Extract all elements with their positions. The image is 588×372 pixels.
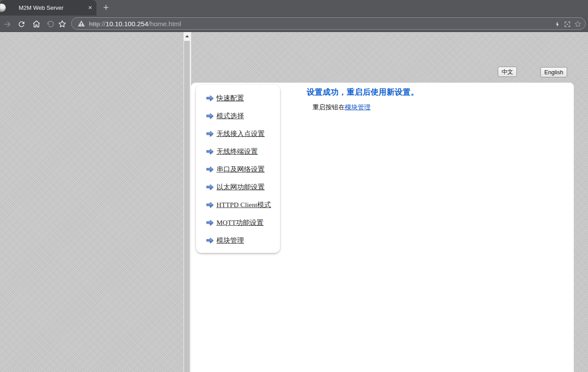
scroll-up-button[interactable] bbox=[184, 32, 191, 40]
frame-scrollbar[interactable] bbox=[184, 32, 191, 372]
language-english-button[interactable]: English bbox=[540, 67, 567, 77]
menu-link[interactable]: 无线终端设置 bbox=[216, 147, 258, 156]
menu-item-sta-settings[interactable]: 无线终端设置 bbox=[206, 143, 280, 160]
nav-menu-card: 快速配置 模式选择 无线接入点设置 无线终端设置 bbox=[196, 85, 280, 253]
content-panel: 快速配置 模式选择 无线接入点设置 无线终端设置 bbox=[191, 83, 574, 372]
status-message: 设置成功，重启后使用新设置。 重启按钮在模块管理 bbox=[307, 87, 419, 112]
menu-link[interactable]: 模块管理 bbox=[216, 236, 244, 245]
menu-item-quick-config[interactable]: 快速配置 bbox=[206, 89, 280, 107]
menu-link[interactable]: MQTT功能设置 bbox=[216, 218, 264, 228]
restart-note: 重启按钮在模块管理 bbox=[312, 103, 419, 112]
forward-icon[interactable] bbox=[2, 19, 12, 29]
success-heading: 设置成功，重启后使用新设置。 bbox=[307, 87, 419, 97]
screen: { "browser": { "tab_title": "M2M Web Ser… bbox=[0, 0, 588, 372]
blue-arrow-icon bbox=[206, 166, 214, 172]
menu-item-httpd-client[interactable]: HTTPD Client模式 bbox=[206, 196, 280, 214]
address-bar[interactable]: http://10.10.100.254/home.html bbox=[71, 17, 586, 30]
browser-tab[interactable]: M2M Web Server × bbox=[0, 0, 96, 16]
url-scheme: http bbox=[89, 20, 100, 28]
home-icon[interactable] bbox=[31, 19, 42, 29]
menu-link[interactable]: 串口及网络设置 bbox=[216, 165, 265, 174]
browser-tab-strip: M2M Web Server × + bbox=[0, 0, 588, 16]
bookmark-star-icon[interactable] bbox=[57, 19, 68, 29]
nav-menu: 快速配置 模式选择 无线接入点设置 无线终端设置 bbox=[196, 85, 280, 249]
scrollbar-thumb[interactable] bbox=[184, 41, 190, 372]
blue-arrow-icon bbox=[206, 184, 214, 190]
restart-note-text: 重启按钮在 bbox=[312, 104, 345, 111]
menu-item-ethernet-settings[interactable]: 以太网功能设置 bbox=[206, 178, 280, 196]
browser-toolbar: http://10.10.100.254/home.html bbox=[0, 16, 588, 32]
menu-link[interactable]: 模式选择 bbox=[216, 112, 244, 121]
new-tab-button[interactable]: + bbox=[100, 1, 112, 14]
left-frame bbox=[0, 32, 184, 372]
lightning-icon[interactable] bbox=[552, 19, 562, 29]
menu-link[interactable]: HTTPD Client模式 bbox=[216, 200, 271, 210]
menu-item-mqtt-settings[interactable]: MQTT功能设置 bbox=[206, 214, 280, 232]
menu-link[interactable]: 快速配置 bbox=[216, 94, 244, 103]
menu-item-module-management[interactable]: 模块管理 bbox=[206, 232, 280, 249]
menu-link[interactable]: 无线接入点设置 bbox=[216, 129, 265, 139]
url-separator: :// bbox=[100, 20, 106, 28]
module-management-link[interactable]: 模块管理 bbox=[345, 104, 371, 111]
tab-title: M2M Web Server bbox=[19, 4, 64, 11]
blue-arrow-icon bbox=[206, 202, 214, 208]
url-host: 10.10.100.254 bbox=[106, 20, 148, 28]
reader-crop-icon[interactable] bbox=[562, 19, 572, 29]
menu-item-ap-settings[interactable]: 无线接入点设置 bbox=[206, 125, 280, 143]
url-path: /home.html bbox=[148, 20, 181, 28]
menu-item-uart-settings[interactable]: 串口及网络设置 bbox=[206, 160, 280, 178]
menu-item-mode-select[interactable]: 模式选择 bbox=[206, 107, 280, 125]
favorites-star-icon[interactable] bbox=[573, 19, 583, 29]
triangle-up-icon bbox=[185, 35, 189, 37]
main-frame: 中文 English 快速配置 模式选择 无线接入点设置 bbox=[191, 32, 588, 372]
blue-arrow-icon bbox=[206, 148, 214, 155]
page-content: 中文 English 快速配置 模式选择 无线接入点设置 bbox=[0, 32, 588, 372]
tab-close-icon[interactable]: × bbox=[85, 3, 95, 12]
url-text[interactable]: http://10.10.100.254/home.html bbox=[89, 20, 181, 28]
blue-arrow-icon bbox=[206, 237, 214, 244]
menu-link[interactable]: 以太网功能设置 bbox=[216, 183, 265, 192]
blue-arrow-icon bbox=[206, 220, 214, 226]
undo-icon[interactable] bbox=[45, 19, 56, 29]
blue-arrow-icon bbox=[206, 113, 214, 119]
blue-arrow-icon bbox=[206, 131, 214, 137]
reload-icon[interactable] bbox=[16, 19, 27, 29]
blue-arrow-icon bbox=[206, 95, 214, 101]
language-chinese-button[interactable]: 中文 bbox=[498, 67, 517, 77]
insecure-warning-icon[interactable] bbox=[77, 20, 85, 29]
site-favicon-icon bbox=[0, 4, 6, 12]
